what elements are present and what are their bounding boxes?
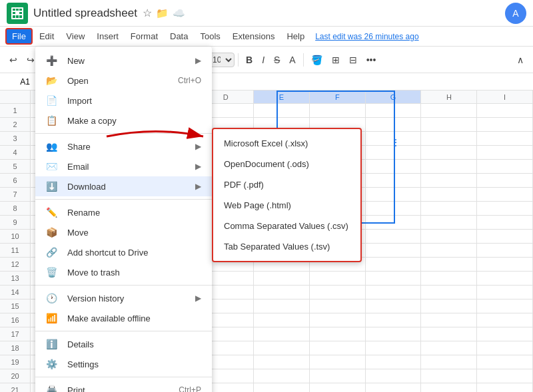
- cell[interactable]: [366, 258, 422, 271]
- cell[interactable]: [477, 230, 533, 243]
- cell[interactable]: [477, 369, 533, 383]
- cell[interactable]: [421, 313, 477, 327]
- cell[interactable]: [477, 313, 533, 327]
- cell[interactable]: [421, 160, 477, 173]
- cell[interactable]: [366, 383, 422, 392]
- cell[interactable]: [421, 341, 477, 355]
- file-menu-email[interactable]: ✉️ Email ▶: [35, 156, 212, 176]
- cell[interactable]: [421, 104, 477, 117]
- cell[interactable]: [477, 174, 533, 187]
- cell[interactable]: [477, 286, 533, 299]
- cell[interactable]: [310, 369, 366, 383]
- file-menu-shortcut[interactable]: 🔗 Add shortcut to Drive: [35, 242, 212, 262]
- menu-view[interactable]: View: [61, 29, 90, 43]
- cell[interactable]: [310, 104, 366, 117]
- cell[interactable]: [421, 355, 477, 369]
- menu-tools[interactable]: Tools: [195, 29, 225, 43]
- cell[interactable]: [310, 327, 366, 341]
- cell[interactable]: [421, 174, 477, 187]
- file-menu-details[interactable]: ℹ️ Details: [35, 334, 212, 354]
- menu-data[interactable]: Data: [165, 29, 193, 43]
- cell[interactable]: [477, 146, 533, 159]
- cell[interactable]: [310, 299, 366, 313]
- text-color-button[interactable]: A: [285, 52, 299, 68]
- file-menu-offline[interactable]: 📶 Make available offline: [35, 308, 212, 328]
- cell[interactable]: [421, 230, 477, 243]
- merge-button[interactable]: ⊟: [345, 52, 361, 68]
- cell[interactable]: [366, 230, 422, 243]
- fill-color-button[interactable]: 🪣: [307, 52, 326, 68]
- file-menu-version[interactable]: 🕐 Version history ▶: [35, 288, 212, 308]
- cell[interactable]: [366, 160, 422, 173]
- cell[interactable]: [366, 174, 422, 187]
- file-menu-share[interactable]: 👥 Share ▶: [35, 136, 212, 156]
- cell[interactable]: [477, 216, 533, 229]
- cell[interactable]: [421, 369, 477, 383]
- menu-edit[interactable]: Edit: [34, 29, 59, 43]
- menu-extensions[interactable]: Extensions: [227, 29, 280, 43]
- folder-icon[interactable]: 📁: [156, 7, 169, 19]
- cell[interactable]: [421, 202, 477, 215]
- menu-format[interactable]: Format: [125, 29, 163, 43]
- menu-insert[interactable]: Insert: [91, 29, 124, 43]
- cell[interactable]: [254, 369, 310, 383]
- cell[interactable]: [421, 258, 477, 271]
- cell[interactable]: [254, 383, 310, 392]
- file-menu-download[interactable]: ⬇️ Download ▶: [35, 176, 212, 196]
- cell[interactable]: [310, 272, 366, 285]
- cell[interactable]: [254, 341, 310, 355]
- cell[interactable]: [254, 355, 310, 369]
- cell[interactable]: [477, 160, 533, 173]
- cell[interactable]: [477, 341, 533, 355]
- cell[interactable]: [254, 272, 310, 285]
- cell[interactable]: [421, 383, 477, 392]
- cell[interactable]: [477, 118, 533, 131]
- cell[interactable]: [477, 327, 533, 341]
- cell[interactable]: [366, 188, 422, 201]
- cell[interactable]: [477, 383, 533, 392]
- last-edit-text[interactable]: Last edit was 26 minutes ago: [315, 32, 418, 41]
- download-xlsx[interactable]: Microsoft Excel (.xlsx): [213, 133, 360, 154]
- cell[interactable]: [477, 272, 533, 285]
- cell[interactable]: [366, 104, 422, 117]
- col-header-E[interactable]: E: [254, 91, 310, 103]
- cell[interactable]: [477, 202, 533, 215]
- cell[interactable]: [421, 286, 477, 299]
- cell[interactable]: [421, 118, 477, 131]
- cell[interactable]: [477, 299, 533, 313]
- file-menu-open[interactable]: 📂 Open Ctrl+O: [35, 71, 212, 91]
- cell[interactable]: [477, 104, 533, 117]
- cell[interactable]: [366, 118, 422, 131]
- file-menu-trash[interactable]: 🗑️ Move to trash: [35, 262, 212, 282]
- download-ods[interactable]: OpenDocument (.ods): [213, 154, 360, 174]
- cell[interactable]: [254, 327, 310, 341]
- cell[interactable]: [254, 286, 310, 299]
- cell[interactable]: [477, 132, 533, 145]
- bold-button[interactable]: B: [242, 52, 257, 68]
- italic-button[interactable]: I: [258, 52, 268, 68]
- file-menu-move[interactable]: 📦 Move: [35, 222, 212, 242]
- star-icon[interactable]: ☆: [143, 7, 152, 19]
- col-header-F[interactable]: F: [310, 91, 366, 103]
- menu-file[interactable]: File: [5, 28, 33, 45]
- cell[interactable]: [366, 327, 422, 341]
- col-header-I[interactable]: I: [477, 91, 533, 103]
- cell[interactable]: [254, 313, 310, 327]
- menu-help[interactable]: Help: [281, 29, 310, 43]
- cell[interactable]: [421, 216, 477, 229]
- cell[interactable]: [477, 244, 533, 257]
- cell[interactable]: [366, 286, 422, 299]
- cell[interactable]: [310, 383, 366, 392]
- cell[interactable]: [366, 146, 422, 159]
- cell[interactable]: [477, 188, 533, 201]
- file-menu-settings[interactable]: ⚙️ Settings: [35, 354, 212, 374]
- borders-button[interactable]: ⊞: [328, 52, 344, 68]
- undo-button[interactable]: ↩: [5, 52, 21, 68]
- cell[interactable]: [366, 355, 422, 369]
- cell[interactable]: [366, 299, 422, 313]
- cell[interactable]: [421, 299, 477, 313]
- file-menu-copy[interactable]: 📋 Make a copy: [35, 110, 212, 130]
- cell[interactable]: [310, 313, 366, 327]
- cell[interactable]: [366, 244, 422, 257]
- cell[interactable]: [421, 132, 477, 145]
